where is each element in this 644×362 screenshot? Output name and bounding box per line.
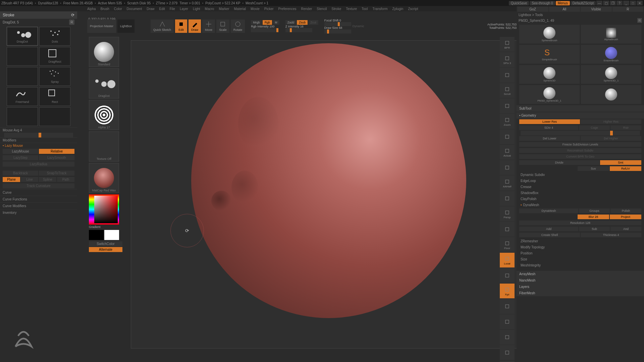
breadcrumb[interactable]: Lightbox > Tools (517, 12, 644, 17)
tool-empty-cell[interactable] (581, 85, 641, 104)
nav-aahalf-button[interactable]: AAHalf (500, 176, 515, 190)
nanomesh-section[interactable]: NanoMesh (517, 277, 644, 284)
dynamesh-button[interactable]: DynaMesh (519, 208, 578, 213)
and-button[interactable]: And (610, 227, 641, 231)
dynamesh-item[interactable]: DynaMesh (517, 202, 644, 208)
shadowbox-item[interactable]: ShadowBox (517, 190, 644, 196)
track-plane-button[interactable]: Plane (3, 177, 20, 182)
tab-visible[interactable]: Visible (581, 7, 612, 12)
menu-draw[interactable]: Draw (147, 7, 154, 11)
sub-button[interactable]: Sub (579, 227, 610, 231)
claypolish-item[interactable]: ClayPolish (517, 196, 644, 202)
tool-spherebrush-cell[interactable]: SphereBrush (519, 25, 580, 44)
stroke-Dots-cell[interactable]: Dots (39, 27, 70, 46)
menu-preferences[interactable]: Preferences (278, 7, 297, 11)
menu-document[interactable]: Document (127, 7, 142, 11)
stroke-DragRect-cell[interactable]: DragRect (39, 47, 70, 66)
minimize-icon[interactable]: — (596, 1, 602, 5)
nav-icon-2-button[interactable] (500, 68, 515, 82)
stroke-empty-cell[interactable] (7, 67, 38, 86)
stroke-Rect-cell[interactable]: Rect (39, 87, 70, 106)
m-button[interactable]: M (273, 20, 279, 25)
menu-material[interactable]: Material (234, 7, 246, 11)
tool-alphabrush-cell[interactable]: AlphaBrush (581, 25, 641, 44)
zsub-button[interactable]: Zsub (297, 20, 308, 25)
smt-button[interactable]: Smt (600, 160, 641, 165)
refresh-icon[interactable]: ⟳ (71, 13, 74, 17)
convert-button[interactable]: Convert BPR To Geo (519, 154, 641, 159)
menu-color[interactable]: Color (114, 7, 122, 11)
tool-r-button[interactable]: R (637, 18, 642, 23)
restore-icon[interactable]: ❐ (610, 1, 616, 5)
menu-texture[interactable]: Texture (346, 7, 357, 11)
move-button[interactable]: Move (202, 19, 215, 33)
nav-bpr-button[interactable]: BPR (500, 37, 515, 52)
rstr-button[interactable]: Rstr (610, 125, 641, 130)
nav-floor-button[interactable]: Floor (500, 237, 515, 252)
draw-button[interactable]: Draw (189, 19, 201, 33)
nav-icon-18-button[interactable] (500, 314, 515, 329)
tab-r[interactable]: R (612, 7, 644, 12)
createshell-button[interactable]: Create Shell (519, 233, 580, 237)
texture-thumb[interactable]: Texture Off (89, 131, 119, 162)
crease-item[interactable]: Crease (517, 184, 644, 190)
menu-tool[interactable]: Tool (362, 7, 368, 11)
lazystep-button[interactable]: LazyStep (3, 155, 38, 160)
quicksketch-button[interactable]: Quick Sketch (151, 19, 174, 33)
menu-movie[interactable]: Movie (251, 7, 260, 11)
color-picker[interactable] (89, 194, 119, 225)
curve-section[interactable]: Curve (0, 189, 77, 196)
menu-file[interactable]: File (170, 7, 175, 11)
minimize2-icon[interactable]: _ (623, 1, 629, 5)
stroke-empty-cell[interactable] (7, 107, 38, 126)
quicksave-button[interactable]: QuickSave (509, 1, 529, 5)
position-item[interactable]: Position (517, 250, 644, 256)
edit-button[interactable]: Edit (175, 19, 187, 33)
add-button[interactable]: Add (519, 227, 578, 231)
nav-icon-12-button[interactable] (500, 222, 515, 237)
dellower-button[interactable]: Del Lower (519, 136, 580, 141)
stroke-empty-cell[interactable] (7, 47, 38, 66)
stroke-Spray-cell[interactable]: Spray (39, 67, 70, 86)
relative-button[interactable]: Relative (39, 149, 74, 154)
nav-icon-10-button[interactable] (500, 191, 515, 206)
defaultzscript-button[interactable]: DefaultZScript (571, 1, 596, 5)
menus-button[interactable]: Menus (556, 1, 570, 5)
snaptotrack-button[interactable]: SnapToTrack (39, 171, 74, 176)
resolution-slider[interactable]: Resolution 128 (519, 221, 641, 225)
blur-button[interactable]: Blur 28 (578, 215, 609, 219)
nav-icon-20-button[interactable] (500, 345, 515, 360)
menu-zscript[interactable]: Zscript (408, 7, 418, 11)
lazymouse-button[interactable]: LazyMouse (3, 149, 38, 154)
dynamic-label[interactable]: Dynamic (353, 24, 364, 28)
mouse-avg[interactable]: Mouse Avg 4 (0, 127, 77, 133)
z-intensity[interactable]: Z Intensity 16 (285, 25, 318, 28)
gradient-button[interactable]: Gradient (89, 225, 122, 229)
nav-spix 3-button[interactable]: SPix 3 (500, 52, 515, 67)
nav-icon-6-button[interactable] (500, 129, 515, 144)
suv-button[interactable]: Suv (578, 166, 609, 171)
freeze-button[interactable]: Freeze SubDivision Levels (519, 142, 641, 147)
lazyradius-button[interactable]: LazyRadius (3, 162, 74, 167)
reluv-button[interactable]: RelUV (610, 166, 641, 171)
menu-light[interactable]: Light (193, 7, 200, 11)
menu-render[interactable]: Render (301, 7, 312, 11)
sdiv-slider[interactable]: SDiv 4 (519, 125, 578, 130)
maximize-icon[interactable]: ▢ (603, 1, 609, 5)
subtool-section[interactable]: SubTool (517, 105, 644, 112)
zadd-button[interactable]: Zadd (285, 20, 297, 25)
backtrack-button[interactable]: Backtrack (3, 171, 38, 176)
curvemodifiers-section[interactable]: Curve Modifiers (0, 202, 77, 209)
layers-section[interactable]: Layers (517, 284, 644, 290)
curvefunctions-section[interactable]: Curve Functions (0, 196, 77, 202)
mrgb-button[interactable]: Mrgb (251, 20, 262, 25)
focal-shift[interactable]: Focal Shift 0 (324, 19, 351, 22)
divide-button[interactable]: Divide (519, 160, 599, 165)
fibermesh-section[interactable]: FiberMesh (517, 290, 644, 296)
tool-sphere3d_1-cell[interactable]: Sphere3D_1 (581, 65, 641, 84)
trackcurvature-button[interactable]: Track Curvature (3, 183, 74, 188)
reconstruct-button[interactable]: Reconstruct Subdiv (519, 148, 641, 153)
cage-button[interactable]: Cage (579, 125, 610, 130)
alternate-button[interactable]: Alternate (89, 247, 122, 252)
scale-button[interactable]: Scale (216, 19, 229, 33)
